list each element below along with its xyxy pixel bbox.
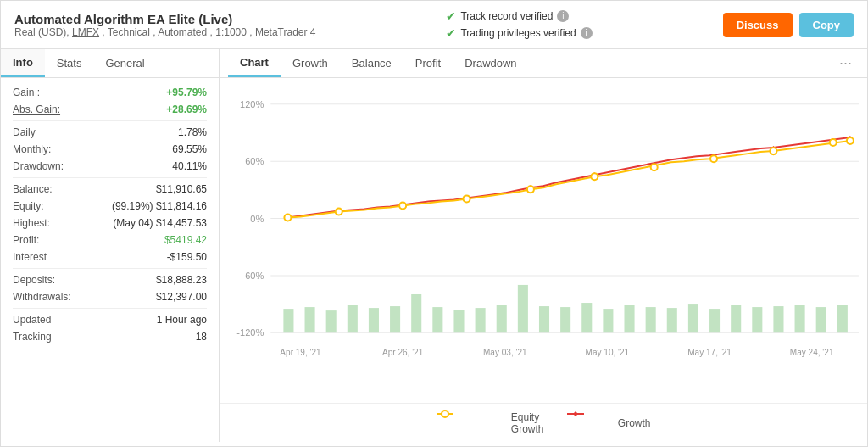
deposits-row: Deposits: $18,888.23 (13, 274, 207, 286)
gain-row: Gain : +95.79% (13, 87, 207, 98)
updated-value: 1 Hour ago (157, 314, 207, 326)
svg-rect-40 (773, 306, 783, 332)
svg-text:May 17, '21: May 17, '21 (687, 348, 732, 357)
updated-label: Updated (13, 314, 51, 326)
svg-rect-30 (560, 307, 570, 332)
svg-rect-43 (837, 305, 848, 332)
chart-tab-drawdown[interactable]: Drawdown (453, 50, 528, 76)
chart-legend: Equity Growth Growth (220, 403, 867, 442)
track-record-verified: ✔ Track record verified i (446, 9, 592, 23)
chart-tab-chart[interactable]: Chart (228, 49, 281, 77)
svg-rect-38 (731, 305, 741, 332)
tab-stats[interactable]: Stats (45, 49, 94, 77)
balance-label: Balance: (13, 183, 53, 195)
tab-general[interactable]: General (93, 49, 156, 77)
svg-point-63 (770, 148, 776, 154)
equity-label: Equity: (13, 200, 44, 212)
svg-rect-17 (283, 309, 293, 332)
updated-row: Updated 1 Hour ago (13, 314, 207, 326)
svg-rect-24 (432, 307, 442, 332)
svg-text:May 03, '21: May 03, '21 (483, 348, 527, 357)
svg-rect-32 (603, 309, 613, 332)
svg-rect-28 (518, 285, 528, 332)
svg-marker-69 (573, 411, 578, 416)
svg-text:May 10, '21: May 10, '21 (586, 348, 630, 357)
drawdown-label: Drawdown: (13, 160, 64, 172)
svg-text:Apr 19, '21: Apr 19, '21 (280, 348, 321, 357)
svg-rect-25 (453, 310, 464, 332)
tracking-value: 18 (196, 331, 207, 343)
abs-gain-label: Abs. Gain: (13, 103, 60, 115)
tracking-label: Tracking (13, 331, 52, 343)
svg-text:-60%: -60% (242, 271, 264, 281)
discuss-button[interactable]: Discuss (723, 13, 793, 37)
abs-gain-row: Abs. Gain: +28.69% (13, 103, 207, 115)
svg-rect-34 (646, 307, 656, 332)
legend-growth-label: Growth (618, 417, 651, 429)
profit-label: Profit: (13, 234, 39, 246)
right-panel: Chart Growth Balance Profit Drawdown ··· (220, 49, 867, 442)
withdrawals-row: Withdrawals: $12,397.00 (13, 291, 207, 303)
withdrawals-label: Withdrawals: (13, 291, 71, 303)
tab-info[interactable]: Info (1, 49, 45, 77)
svg-point-67 (442, 411, 448, 417)
svg-point-60 (591, 173, 598, 180)
page-title: Automated Algorithm EA Elite (Live) (14, 12, 316, 26)
highest-row: Highest: (May 04) $14,457.53 (13, 217, 207, 229)
chart-tabs: Chart Growth Balance Profit Drawdown ··· (220, 49, 867, 78)
svg-point-55 (284, 215, 291, 221)
balance-value: $11,910.65 (156, 183, 207, 195)
chart-svg: 120% 60% 0% -60% -120% Apr 19, '21 Apr 2… (220, 78, 867, 403)
svg-rect-36 (688, 304, 698, 332)
tracking-row: Tracking 18 (13, 331, 207, 343)
svg-point-62 (710, 155, 717, 162)
svg-text:120%: 120% (240, 99, 264, 109)
drawdown-value: 40.11% (172, 160, 207, 172)
legend-equity: Equity Growth (437, 409, 551, 437)
svg-rect-31 (581, 303, 592, 332)
svg-rect-27 (497, 305, 507, 332)
track-record-info-icon[interactable]: i (557, 10, 569, 22)
svg-text:60%: 60% (245, 156, 264, 166)
trading-privileges-info-icon[interactable]: i (581, 27, 593, 39)
svg-rect-37 (709, 309, 720, 332)
svg-rect-26 (476, 308, 486, 332)
chart-tab-profit[interactable]: Profit (403, 50, 453, 76)
gain-label: Gain : (13, 87, 40, 98)
svg-rect-33 (625, 305, 635, 332)
deposits-label: Deposits: (13, 274, 55, 286)
stats-area: Gain : +95.79% Abs. Gain: +28.69% Daily … (1, 78, 219, 442)
interest-value: -$159.50 (167, 251, 207, 263)
chart-tab-balance[interactable]: Balance (340, 50, 403, 76)
legend-growth: Growth (567, 409, 650, 437)
svg-rect-41 (795, 305, 805, 332)
svg-rect-42 (816, 307, 826, 332)
svg-rect-35 (667, 308, 677, 332)
interest-label: Interest (13, 251, 47, 263)
copy-button[interactable]: Copy (799, 13, 854, 37)
svg-point-57 (399, 202, 406, 209)
chart-tab-growth[interactable]: Growth (281, 50, 340, 76)
svg-point-64 (830, 139, 837, 146)
withdrawals-value: $12,397.00 (156, 291, 207, 303)
equity-row: Equity: (99.19%) $11,814.16 (13, 200, 207, 212)
svg-rect-19 (326, 310, 337, 332)
drawdown-row: Drawdown: 40.11% (13, 160, 207, 172)
monthly-row: Monthly: 69.55% (13, 143, 207, 155)
header-left: Automated Algorithm EA Elite (Live) Real… (14, 12, 316, 38)
equity-line-icon (437, 409, 507, 437)
header-subtitle: Real (USD), LMFX , Technical , Automated… (14, 26, 316, 38)
svg-point-56 (336, 208, 342, 215)
interest-row: Interest -$159.50 (13, 251, 207, 263)
header-verified: ✔ Track record verified i ✔ Trading priv… (446, 9, 592, 40)
growth-line-icon (567, 409, 613, 437)
svg-text:0%: 0% (250, 214, 264, 224)
svg-point-61 (651, 164, 658, 170)
lmfx-link[interactable]: LMFX (72, 26, 99, 38)
daily-label: Daily (13, 126, 36, 138)
monthly-label: Monthly: (13, 143, 51, 155)
daily-row: Daily 1.78% (13, 126, 207, 138)
deposits-value: $18,888.23 (156, 274, 207, 286)
chart-area: 120% 60% 0% -60% -120% Apr 19, '21 Apr 2… (220, 78, 867, 403)
more-options-icon[interactable]: ··· (832, 51, 859, 75)
